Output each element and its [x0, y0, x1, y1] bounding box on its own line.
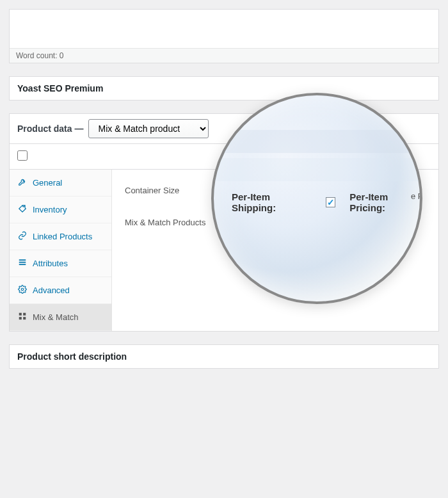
grid-icon — [17, 312, 28, 323]
yoast-panel: Yoast SEO Premium — [9, 76, 439, 100]
mixmatch-products-label: Mix & Match Products — [125, 218, 227, 227]
tab-inventory-label: Inventory — [33, 205, 67, 214]
tab-attributes-label: Attributes — [33, 259, 68, 268]
list-icon — [17, 258, 28, 269]
check-icon: ✓ — [327, 197, 335, 207]
tab-general-label: General — [33, 178, 62, 188]
per-item-shipping-label: Per-Item Shipping: — [232, 191, 312, 213]
tag-icon — [17, 204, 28, 215]
gear-icon — [17, 285, 28, 296]
tab-linked-products[interactable]: Linked Products — [10, 223, 111, 250]
product-data-label: Product data — — [17, 124, 83, 134]
lens-options-row: Per-Item Shipping: ✓ Per-Item Pricing: ✓ — [232, 191, 422, 213]
short-description-panel: Product short description — [9, 344, 439, 369]
per-item-shipping-checkbox[interactable]: ✓ — [326, 197, 335, 207]
svg-rect-7 — [23, 317, 26, 319]
svg-rect-6 — [19, 317, 22, 319]
product-type-select[interactable]: Mix & Match product — [88, 119, 209, 138]
tab-mixmatch-label: Mix & Match — [33, 312, 79, 322]
tab-advanced-label: Advanced — [33, 285, 70, 295]
link-icon — [17, 231, 28, 242]
editor-area[interactable] — [10, 10, 438, 48]
tab-general[interactable]: General — [10, 170, 111, 197]
tab-linked-label: Linked Products — [33, 232, 92, 241]
svg-rect-0 — [19, 259, 26, 261]
svg-rect-4 — [19, 313, 22, 316]
product-option-checkbox[interactable] — [17, 150, 28, 161]
tab-inventory[interactable]: Inventory — [10, 197, 111, 223]
svg-rect-1 — [19, 262, 26, 263]
tab-advanced[interactable]: Advanced — [10, 277, 111, 304]
lens-edge-text: e Pag — [411, 191, 422, 201]
short-description-title: Product short description — [10, 345, 438, 368]
magnifier-lens: Per-Item Shipping: ✓ Per-Item Pricing: ✓… — [211, 93, 422, 304]
yoast-title: Yoast SEO Premium — [10, 77, 438, 100]
wrench-icon — [17, 177, 28, 188]
svg-rect-2 — [19, 264, 26, 265]
editor-panel: Word count: 0 — [9, 9, 439, 63]
product-tabs-sidebar: General Inventory Linked Products — [10, 170, 112, 331]
svg-point-3 — [21, 288, 24, 291]
tab-mix-match[interactable]: Mix & Match — [10, 304, 111, 331]
word-count: Word count: 0 — [10, 48, 438, 63]
tab-attributes[interactable]: Attributes — [10, 250, 111, 277]
svg-rect-5 — [23, 313, 26, 316]
